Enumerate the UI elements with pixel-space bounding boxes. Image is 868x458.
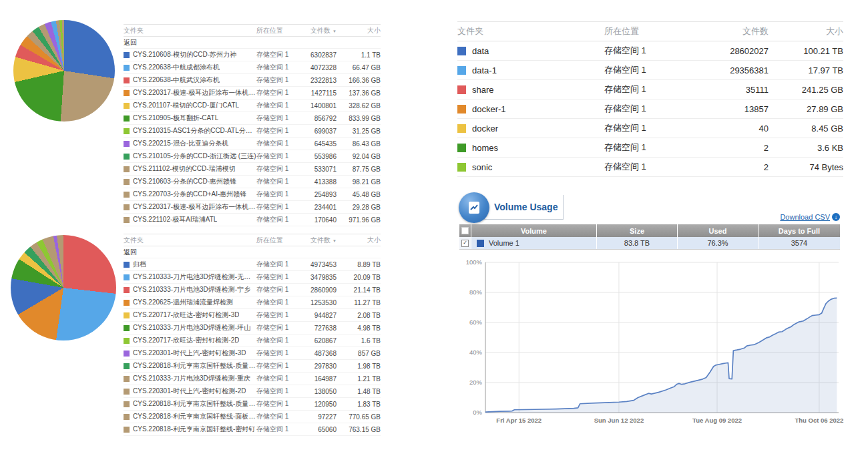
volume-row[interactable]: ✓ Volume 1 83.8 TB 76.3% 3574 bbox=[459, 237, 840, 250]
column-size[interactable]: 大小 bbox=[769, 25, 843, 37]
folder-row[interactable]: 归档存储空间 149734538.89 TB bbox=[124, 258, 381, 271]
folder-location: 存储空间 1 bbox=[256, 152, 298, 161]
column-files[interactable]: 文件数 bbox=[690, 25, 769, 37]
folder-row[interactable]: CYS.210315-ASC1分条的CCD-ATL分条机存储空间 1699037… bbox=[124, 125, 381, 138]
folder-row[interactable]: CYS.220317-极速-极耳边距涂布一体机-缺陷检测存储空间 1142711… bbox=[124, 87, 381, 99]
download-csv-link[interactable]: Download CSV ↓ bbox=[771, 213, 840, 221]
column-size[interactable]: 大小 bbox=[337, 26, 381, 35]
folder-color-swatch bbox=[124, 414, 130, 420]
folder-row[interactable]: CYS.211102-模切的CCD-瑞浦模切存储空间 153307187.75 … bbox=[124, 163, 381, 176]
folder-row[interactable]: CYS.210608-模切的CCD-苏州力神存储空间 163028371.1 T… bbox=[124, 49, 381, 61]
shared-folder-row[interactable]: docker-1存储空间 11385727.89 GB bbox=[457, 99, 843, 119]
folder-row[interactable]: CYS.220818-利元亨南京国轩整线-面板激光焊接-...存储空间 1972… bbox=[124, 411, 381, 423]
folder-row[interactable]: CYS.210333-刀片电池3D焊缝检测-坪山存储空间 17276384.98… bbox=[124, 322, 381, 334]
folder-name: CYS.220625-温州瑞浦流量焊检测 bbox=[133, 298, 233, 307]
folder-name-cell: CYS.210905-极耳翻折-CATL bbox=[124, 113, 256, 123]
column-size[interactable]: Size bbox=[597, 224, 677, 237]
folder-color-swatch bbox=[124, 300, 130, 306]
column-location[interactable]: 所在位置 bbox=[604, 25, 690, 37]
folder-row[interactable]: CYS.220818-利元亨南京国轩整线-质量焊-2D存储空间 11209501… bbox=[124, 398, 381, 411]
folder-name: docker-1 bbox=[472, 104, 506, 114]
column-used[interactable]: Used bbox=[678, 224, 758, 237]
folder-row[interactable]: CYS.220625-温州瑞浦流量焊检测存储空间 1125353011.27 T… bbox=[124, 296, 381, 309]
folder-name-cell: CYS.220717-欣旺达-密封钉检测-2D bbox=[124, 336, 256, 345]
folder-row[interactable]: CYS.210105-分条的CCD-浙江衡远 (三连)存储空间 15539869… bbox=[124, 150, 381, 163]
shared-folder-table: 文件夹 所在位置 文件数 大小 data存储空间 128602027100.21… bbox=[457, 21, 843, 177]
folder-name: CYS.210905-极耳翻折-CATL bbox=[133, 113, 218, 123]
folder-row[interactable]: CYS.221102-极耳AI瑞浦ATL存储空间 1170640971.96 G… bbox=[124, 214, 381, 226]
shared-folder-row[interactable]: share存储空间 135111241.25 GB bbox=[457, 80, 843, 99]
folder-size: 100.21 TB bbox=[769, 46, 843, 56]
select-all-checkbox[interactable] bbox=[459, 224, 471, 237]
column-files-sorted[interactable]: 文件数▼ bbox=[298, 236, 337, 245]
shared-folder-row[interactable]: docker存储空间 1408.45 GB bbox=[457, 119, 843, 138]
folder-color-swatch bbox=[457, 47, 466, 55]
folder-row[interactable]: CYS.210333-刀片电池3D焊缝检测-无为-2期存储空间 13479835… bbox=[124, 271, 381, 284]
folder-row[interactable]: CYS.220215-混合-比亚迪分条机存储空间 164543586.43 GB bbox=[124, 138, 381, 150]
folder-row[interactable]: CYS.220638-中航成都涂布机存储空间 1407232866.47 GB bbox=[124, 61, 381, 74]
folder-name: CYS.210603-分条的CCD-惠州赣锋 bbox=[133, 177, 236, 186]
folder-size-pie-bottom[interactable] bbox=[11, 235, 116, 340]
folder-name: CYS.220638-中航成都涂布机 bbox=[133, 63, 220, 72]
folder-row[interactable]: CYS.201107-模切的CCD-厦门CATL存储空间 11400801328… bbox=[124, 99, 381, 112]
folder-name-cell: 归档 bbox=[124, 260, 256, 269]
folder-size: 1.83 TB bbox=[337, 401, 381, 408]
folder-location: 存储空间 1 bbox=[256, 310, 298, 320]
folder-name: homes bbox=[472, 143, 498, 153]
folder-row[interactable]: CYS.220638-中航武汉涂布机存储空间 12322813166.36 GB bbox=[124, 74, 381, 87]
column-location[interactable]: 所在位置 bbox=[256, 26, 298, 35]
folder-row[interactable]: CYS.210905-极耳翻折-CATL存储空间 1856792833.99 G… bbox=[124, 112, 381, 125]
folder-size: 8.89 TB bbox=[337, 261, 381, 268]
folder-name: CYS.220818-利元亨南京国轩整线-密封钉 bbox=[133, 425, 255, 434]
folder-row[interactable]: CYS.210333-刀片电池3D焊缝检测-重庆存储空间 11649871.21… bbox=[124, 373, 381, 385]
column-size[interactable]: 大小 bbox=[337, 236, 381, 245]
folder-color-swatch bbox=[457, 66, 466, 75]
folder-location: 存储空间 1 bbox=[256, 399, 298, 409]
folder-file-count: 97227 bbox=[298, 413, 337, 421]
folder-location: 存储空间 1 bbox=[256, 177, 298, 186]
column-folder[interactable]: 文件夹 bbox=[124, 236, 256, 245]
folder-size: 92.04 GB bbox=[337, 153, 381, 160]
folder-location: 存储空间 1 bbox=[256, 126, 298, 136]
column-folder[interactable]: 文件夹 bbox=[457, 25, 604, 37]
back-row[interactable]: 返回 bbox=[124, 246, 381, 258]
folder-row[interactable]: CYS.220703-分条的CCD+AI-惠州赣锋存储空间 125489345.… bbox=[124, 188, 381, 201]
folder-row[interactable]: CYS.220301-时代上汽-密封钉检测-2D存储空间 11380501.48… bbox=[124, 385, 381, 398]
folder-row[interactable]: CYS.220317-极速-极耳边距涂布一体机-定位存储空间 123440129… bbox=[124, 201, 381, 214]
folder-row[interactable]: CYS.220717-欣旺达-密封钉检测-2D存储空间 16208671.6 T… bbox=[124, 334, 381, 347]
folder-name-cell: CYS.210608-模切的CCD-苏州力神 bbox=[124, 50, 256, 59]
folder-file-count: 3479835 bbox=[298, 274, 337, 281]
folder-location: 存储空间 1 bbox=[256, 349, 298, 358]
column-days-to-full[interactable]: Days to Full bbox=[758, 224, 840, 237]
folder-file-count: 164987 bbox=[298, 375, 337, 383]
folder-file-count: 4973453 bbox=[298, 261, 337, 268]
folder-name-cell: data bbox=[457, 46, 604, 56]
folder-row[interactable]: CYS.220717-欣旺达-密封钉检测-3D存储空间 19448272.08 … bbox=[124, 309, 381, 322]
shared-folder-row[interactable]: homes存储空间 123.6 KB bbox=[457, 138, 843, 158]
folder-location: 存储空间 1 bbox=[256, 387, 298, 396]
folder-row[interactable]: CYS.220818-利元亨南京国轩整线-质量焊-3D存储空间 12978301… bbox=[124, 360, 381, 373]
folder-row[interactable]: CYS.220301-时代上汽-密封钉检测-3D存储空间 1487368857 … bbox=[124, 347, 381, 360]
shared-folder-row[interactable]: sonic存储空间 1274 Bytes bbox=[457, 158, 843, 177]
folder-color-swatch bbox=[457, 85, 466, 94]
column-volume[interactable]: Volume bbox=[471, 224, 596, 237]
shared-folder-row[interactable]: data存储空间 128602027100.21 TB bbox=[457, 41, 843, 61]
folder-name: CYS.220717-欣旺达-密封钉检测-3D bbox=[133, 310, 239, 320]
shared-folder-row[interactable]: data-1存储空间 12935638117.97 TB bbox=[457, 61, 843, 80]
folder-file-count: 6302837 bbox=[298, 51, 337, 59]
folder-size: 137.36 GB bbox=[337, 89, 381, 97]
shared-folder-table-header: 文件夹 所在位置 文件数 大小 bbox=[457, 21, 843, 41]
volume-checkbox[interactable]: ✓ bbox=[461, 240, 469, 247]
svg-text:100%: 100% bbox=[466, 258, 483, 266]
folder-row[interactable]: CYS.220818-利元亨南京国轩整线-密封钉存储空间 165060763.1… bbox=[124, 423, 381, 436]
folder-row[interactable]: CYS.210333-刀片电池3D焊缝检测-宁乡存储空间 1286090921.… bbox=[124, 284, 381, 296]
folder-row[interactable]: CYS.210603-分条的CCD-惠州赣锋存储空间 141338898.21 … bbox=[124, 176, 381, 188]
folder-size-pie-top[interactable] bbox=[13, 20, 115, 122]
svg-text:Sun Jun 12 2022: Sun Jun 12 2022 bbox=[594, 417, 644, 424]
column-folder[interactable]: 文件夹 bbox=[124, 26, 256, 35]
folder-size: 45.48 GB bbox=[337, 191, 381, 198]
column-location[interactable]: 所在位置 bbox=[256, 236, 298, 245]
folder-name: CYS.220703-分条的CCD+AI-惠州赣锋 bbox=[133, 190, 246, 199]
back-row[interactable]: 返回 bbox=[124, 37, 381, 49]
column-files-sorted[interactable]: 文件数▼ bbox=[298, 26, 337, 35]
